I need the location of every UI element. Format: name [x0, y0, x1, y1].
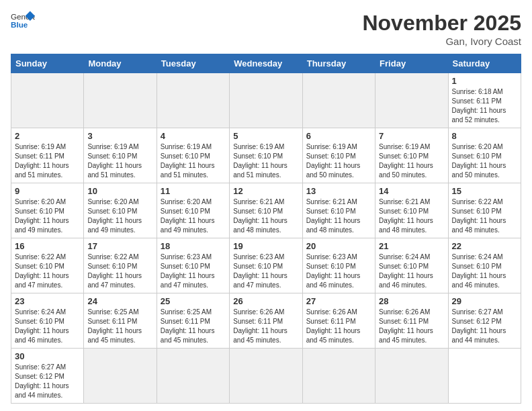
calendar-table: SundayMondayTuesdayWednesdayThursdayFrid…: [11, 54, 521, 404]
day-info: Sunrise: 6:18 AMSunset: 6:11 PMDaylight:…: [452, 87, 517, 125]
day-cell-1: 1Sunrise: 6:18 AMSunset: 6:11 PMDaylight…: [448, 73, 521, 128]
weekday-header-monday: Monday: [84, 54, 157, 73]
weekday-header-tuesday: Tuesday: [157, 54, 229, 73]
day-number: 5: [233, 131, 298, 141]
day-cell-28: 28Sunrise: 6:26 AMSunset: 6:11 PMDayligh…: [375, 293, 448, 349]
day-cell-29: 29Sunrise: 6:27 AMSunset: 6:12 PMDayligh…: [448, 293, 521, 349]
day-cell-3: 3Sunrise: 6:19 AMSunset: 6:10 PMDaylight…: [84, 128, 157, 183]
calendar-row-2: 9Sunrise: 6:20 AMSunset: 6:10 PMDaylight…: [11, 183, 521, 238]
day-cell-10: 10Sunrise: 6:20 AMSunset: 6:10 PMDayligh…: [84, 183, 157, 238]
day-cell-20: 20Sunrise: 6:23 AMSunset: 6:10 PMDayligh…: [302, 238, 375, 293]
day-info: Sunrise: 6:26 AMSunset: 6:11 PMDaylight:…: [233, 308, 298, 345]
logo: General Blue: [11, 11, 35, 30]
day-info: Sunrise: 6:26 AMSunset: 6:11 PMDaylight:…: [379, 308, 444, 345]
calendar-row-5: 30Sunrise: 6:27 AMSunset: 6:12 PMDayligh…: [11, 349, 521, 404]
day-cell-18: 18Sunrise: 6:23 AMSunset: 6:10 PMDayligh…: [157, 238, 229, 293]
empty-cell: [375, 349, 448, 404]
day-number: 9: [15, 186, 80, 196]
day-number: 21: [379, 241, 444, 251]
day-number: 17: [87, 241, 152, 251]
day-number: 23: [15, 296, 80, 306]
day-info: Sunrise: 6:19 AMSunset: 6:10 PMDaylight:…: [161, 142, 226, 180]
calendar-row-0: 1Sunrise: 6:18 AMSunset: 6:11 PMDaylight…: [11, 73, 521, 128]
empty-cell: [230, 349, 302, 404]
day-info: Sunrise: 6:24 AMSunset: 6:10 PMDaylight:…: [379, 253, 444, 290]
day-number: 1: [452, 76, 517, 86]
day-cell-25: 25Sunrise: 6:25 AMSunset: 6:11 PMDayligh…: [157, 293, 229, 349]
day-info: Sunrise: 6:24 AMSunset: 6:10 PMDaylight:…: [452, 253, 517, 290]
day-info: Sunrise: 6:21 AMSunset: 6:10 PMDaylight:…: [233, 197, 298, 235]
empty-cell: [84, 349, 157, 404]
day-number: 14: [379, 186, 444, 196]
day-info: Sunrise: 6:25 AMSunset: 6:11 PMDaylight:…: [161, 308, 226, 345]
empty-cell: [302, 73, 375, 128]
day-number: 13: [306, 186, 371, 196]
weekday-header-wednesday: Wednesday: [230, 54, 302, 73]
day-number: 29: [452, 296, 517, 306]
day-info: Sunrise: 6:21 AMSunset: 6:10 PMDaylight:…: [306, 197, 371, 235]
day-info: Sunrise: 6:22 AMSunset: 6:10 PMDaylight:…: [15, 253, 80, 290]
day-number: 10: [87, 186, 152, 196]
day-info: Sunrise: 6:20 AMSunset: 6:10 PMDaylight:…: [15, 197, 80, 235]
empty-cell: [84, 73, 157, 128]
calendar-row-4: 23Sunrise: 6:24 AMSunset: 6:10 PMDayligh…: [11, 293, 521, 349]
day-cell-4: 4Sunrise: 6:19 AMSunset: 6:10 PMDaylight…: [157, 128, 229, 183]
day-number: 3: [87, 131, 152, 141]
day-info: Sunrise: 6:27 AMSunset: 6:12 PMDaylight:…: [15, 363, 80, 400]
day-cell-8: 8Sunrise: 6:20 AMSunset: 6:10 PMDaylight…: [448, 128, 521, 183]
weekday-header-friday: Friday: [375, 54, 448, 73]
day-number: 6: [306, 131, 371, 141]
day-info: Sunrise: 6:23 AMSunset: 6:10 PMDaylight:…: [161, 253, 226, 290]
day-info: Sunrise: 6:19 AMSunset: 6:11 PMDaylight:…: [15, 142, 80, 180]
day-info: Sunrise: 6:21 AMSunset: 6:10 PMDaylight:…: [379, 197, 444, 235]
day-info: Sunrise: 6:20 AMSunset: 6:10 PMDaylight:…: [161, 197, 226, 235]
day-number: 4: [161, 131, 226, 141]
day-cell-9: 9Sunrise: 6:20 AMSunset: 6:10 PMDaylight…: [11, 183, 84, 238]
day-number: 25: [161, 296, 226, 306]
day-number: 2: [15, 131, 80, 141]
day-number: 24: [87, 296, 152, 306]
day-cell-2: 2Sunrise: 6:19 AMSunset: 6:11 PMDaylight…: [11, 128, 84, 183]
calendar-row-1: 2Sunrise: 6:19 AMSunset: 6:11 PMDaylight…: [11, 128, 521, 183]
day-number: 15: [452, 186, 517, 196]
weekday-header-sunday: Sunday: [11, 54, 84, 73]
day-number: 19: [233, 241, 298, 251]
empty-cell: [157, 349, 229, 404]
day-number: 16: [15, 241, 80, 251]
day-info: Sunrise: 6:22 AMSunset: 6:10 PMDaylight:…: [452, 197, 517, 235]
day-cell-14: 14Sunrise: 6:21 AMSunset: 6:10 PMDayligh…: [375, 183, 448, 238]
svg-text:Blue: Blue: [11, 20, 28, 29]
day-info: Sunrise: 6:25 AMSunset: 6:11 PMDaylight:…: [87, 308, 152, 345]
day-cell-27: 27Sunrise: 6:26 AMSunset: 6:11 PMDayligh…: [302, 293, 375, 349]
logo-icon: General Blue: [11, 11, 35, 30]
day-cell-26: 26Sunrise: 6:26 AMSunset: 6:11 PMDayligh…: [230, 293, 302, 349]
month-title: November 2025: [362, 11, 521, 36]
day-info: Sunrise: 6:19 AMSunset: 6:10 PMDaylight:…: [379, 142, 444, 180]
day-number: 12: [233, 186, 298, 196]
day-cell-11: 11Sunrise: 6:20 AMSunset: 6:10 PMDayligh…: [157, 183, 229, 238]
empty-cell: [230, 73, 302, 128]
day-number: 28: [379, 296, 444, 306]
day-cell-24: 24Sunrise: 6:25 AMSunset: 6:11 PMDayligh…: [84, 293, 157, 349]
empty-cell: [157, 73, 229, 128]
day-info: Sunrise: 6:19 AMSunset: 6:10 PMDaylight:…: [233, 142, 298, 180]
day-cell-30: 30Sunrise: 6:27 AMSunset: 6:12 PMDayligh…: [11, 349, 84, 404]
day-cell-7: 7Sunrise: 6:19 AMSunset: 6:10 PMDaylight…: [375, 128, 448, 183]
header: General Blue November 2025 Gan, Ivory Co…: [11, 11, 521, 47]
day-cell-12: 12Sunrise: 6:21 AMSunset: 6:10 PMDayligh…: [230, 183, 302, 238]
day-cell-21: 21Sunrise: 6:24 AMSunset: 6:10 PMDayligh…: [375, 238, 448, 293]
day-number: 18: [161, 241, 226, 251]
day-number: 27: [306, 296, 371, 306]
day-info: Sunrise: 6:23 AMSunset: 6:10 PMDaylight:…: [233, 253, 298, 290]
title-area: November 2025 Gan, Ivory Coast: [362, 11, 521, 47]
weekday-header-saturday: Saturday: [448, 54, 521, 73]
calendar-row-3: 16Sunrise: 6:22 AMSunset: 6:10 PMDayligh…: [11, 238, 521, 293]
location-title: Gan, Ivory Coast: [362, 36, 521, 47]
weekday-header-thursday: Thursday: [302, 54, 375, 73]
day-info: Sunrise: 6:20 AMSunset: 6:10 PMDaylight:…: [452, 142, 517, 180]
day-number: 20: [306, 241, 371, 251]
day-number: 8: [452, 131, 517, 141]
weekday-header-row: SundayMondayTuesdayWednesdayThursdayFrid…: [11, 54, 521, 73]
day-info: Sunrise: 6:24 AMSunset: 6:10 PMDaylight:…: [15, 308, 80, 345]
empty-cell: [11, 73, 84, 128]
